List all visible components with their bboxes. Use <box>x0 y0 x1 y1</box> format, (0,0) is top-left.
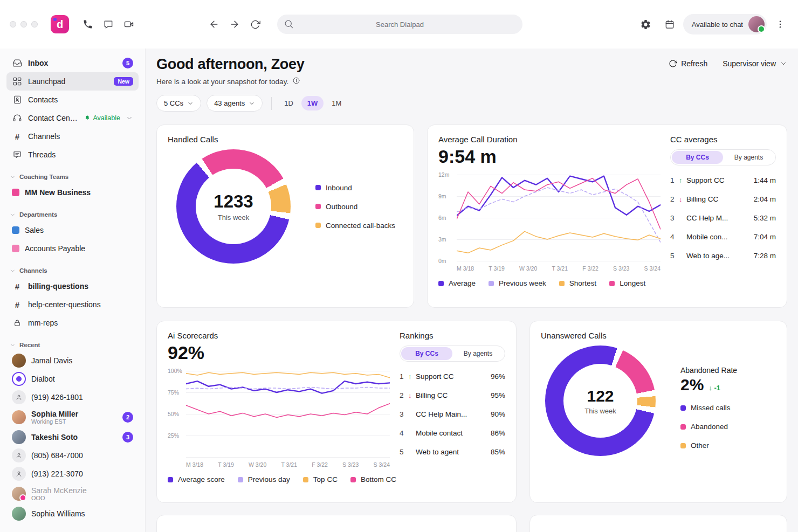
recent-item-phone-1[interactable]: (919) 426-1801 <box>6 388 139 406</box>
recent-item-dialbot[interactable]: Dialbot <box>6 370 139 388</box>
range-1d-button[interactable]: 1D <box>278 96 299 110</box>
call-duration-line-chart <box>457 175 661 261</box>
recent-item-takeshi-soto[interactable]: Takeshi Soto 3 <box>6 428 139 446</box>
divider <box>271 97 272 110</box>
ranking-row[interactable]: 1 ↑ Support CC 96% <box>400 367 505 386</box>
user-avatar <box>748 16 765 32</box>
cc-filter-dropdown[interactable]: 5 CCs <box>156 95 201 112</box>
legend-swatch <box>315 185 321 190</box>
kebab-menu-icon[interactable] <box>770 14 790 34</box>
card-title: Unanswered Calls <box>541 331 776 340</box>
partial-card <box>529 515 787 532</box>
person-icon <box>12 467 26 481</box>
bell-icon <box>84 115 91 121</box>
topbar-left: d <box>8 14 139 34</box>
recent-item-sophia-williams[interactable]: Sophia Williams <box>6 505 139 523</box>
tab-by-agents[interactable]: By agents <box>723 151 774 164</box>
reload-icon[interactable] <box>245 14 265 34</box>
sidebar-item-sales[interactable]: Sales <box>6 221 139 239</box>
sidebar-item-mm-new-business[interactable]: MM New Business <box>6 183 139 202</box>
section-header-channels[interactable]: Channels <box>6 264 139 277</box>
avatar <box>12 354 26 368</box>
tab-by-agents[interactable]: By agents <box>452 347 504 360</box>
refresh-button[interactable]: Refresh <box>669 59 707 68</box>
chevron-down-icon <box>249 100 255 107</box>
video-icon[interactable] <box>119 14 139 34</box>
forward-icon[interactable] <box>224 14 245 34</box>
legend-item: Inbound <box>315 184 352 192</box>
sidebar-item-mm-reps[interactable]: mm-reps <box>6 314 139 332</box>
contacts-icon <box>12 95 23 105</box>
unanswered-calls-total: 122 <box>587 387 614 405</box>
avatar <box>12 507 26 521</box>
search-icon <box>284 19 294 31</box>
handled-calls-card: Handled Calls 1233 This week Inbound <box>156 125 414 308</box>
sidebar-item-channels[interactable]: # Channels <box>6 127 139 146</box>
chat-icon[interactable] <box>98 14 119 34</box>
rankings-tabs: By CCs By agents <box>400 346 505 362</box>
info-icon[interactable] <box>292 77 300 86</box>
team-color-swatch <box>12 189 19 196</box>
section-header-departments[interactable]: Departments <box>6 208 139 221</box>
sidebar-item-billing-questions[interactable]: # billing-questions <box>6 277 139 295</box>
tab-by-ccs[interactable]: By CCs <box>672 151 723 164</box>
ranking-row[interactable]: 3 CC Help Main... 90% <box>400 405 505 424</box>
ranking-row[interactable]: 2 ↓ Billing CC 95% <box>400 386 505 405</box>
calendar-icon[interactable] <box>659 14 680 34</box>
cc-average-row[interactable]: 5 Web to age... 7:28 m <box>670 246 776 265</box>
cc-average-row[interactable]: 4 Mobile con... 7:04 m <box>670 227 776 246</box>
trend-arrow: ↓ <box>679 195 686 203</box>
rankings-panel: Rankings By CCs By agents 1 ↑ Support CC <box>400 331 505 493</box>
recent-item-sarah-mckenzie[interactable]: Sarah McKenzie OOO <box>6 483 139 505</box>
dialpad-logo[interactable]: d <box>51 15 69 33</box>
chevron-down-icon <box>10 268 16 274</box>
section-header-coaching-teams[interactable]: Coaching Teams <box>6 170 139 183</box>
abandoned-rate-label: Abandoned Rate <box>680 366 737 375</box>
back-icon[interactable] <box>204 14 224 34</box>
sidebar-item-launchpad[interactable]: Launchpad New <box>6 72 139 91</box>
sidebar-item-contact-centers[interactable]: Contact Centers Available <box>6 109 139 127</box>
sidebar-item-help-center-questions[interactable]: # help-center-questions <box>6 295 139 314</box>
sidebar-item-inbox[interactable]: Inbox 5 <box>6 54 139 72</box>
panel-title: CC averages <box>670 135 776 144</box>
hash-icon: # <box>12 132 23 141</box>
legend-item: Connected call-backs <box>315 222 395 230</box>
person-icon <box>12 448 26 462</box>
sidebar-item-label: Inbox <box>28 59 117 67</box>
recent-item-phone-3[interactable]: (913) 221-3070 <box>6 465 139 483</box>
dialpad-app: d <box>0 0 798 532</box>
phone-icon[interactable] <box>78 14 98 34</box>
legend-item: Outbound <box>315 203 357 211</box>
search-input[interactable] <box>277 15 522 34</box>
section-header-recent[interactable]: Recent <box>6 338 139 351</box>
legend-item: Previous day <box>238 475 290 483</box>
range-1m-button[interactable]: 1M <box>326 96 347 110</box>
settings-gear-icon[interactable] <box>636 14 656 34</box>
legend-item: Shortest <box>559 279 596 287</box>
chevron-down-icon <box>780 60 787 67</box>
recent-item-phone-2[interactable]: (805) 684-7000 <box>6 446 139 465</box>
range-1w-button[interactable]: 1W <box>301 96 324 110</box>
unread-badge: 2 <box>122 412 133 423</box>
trend-arrow: ↑ <box>679 176 686 184</box>
agents-filter-dropdown[interactable]: 43 agents <box>207 95 263 112</box>
ranking-row[interactable]: 5 Web to agent 85% <box>400 443 505 461</box>
sidebar-item-threads[interactable]: Threads <box>6 146 139 164</box>
x-axis-labels: M 3/18T 3/19W 3/20T 3/21F 3/22S 3/23S 3/… <box>186 461 390 468</box>
cc-average-row[interactable]: 2 ↓ Billing CC 2:04 m <box>670 190 776 209</box>
cc-average-row[interactable]: 3 CC Help M... 5:32 m <box>670 209 776 227</box>
window-controls[interactable] <box>10 21 38 27</box>
chevron-down-icon[interactable] <box>126 114 133 122</box>
chevron-down-icon <box>10 212 16 218</box>
recent-item-sophia-miller[interactable]: Sophia Miller Working EST 2 <box>6 406 139 428</box>
tab-by-ccs[interactable]: By CCs <box>401 347 452 360</box>
ranking-row[interactable]: 4 Mobile contact 86% <box>400 424 505 443</box>
legend-swatch <box>238 477 243 482</box>
recent-item-jamal-davis[interactable]: Jamal Davis <box>6 351 139 370</box>
availability-dropdown[interactable]: Available to chat <box>683 14 767 34</box>
supervisor-view-dropdown[interactable]: Supervisor view <box>723 59 787 68</box>
cc-average-row[interactable]: 1 ↑ Support CC 1:44 m <box>670 171 776 190</box>
sidebar-section-departments: Departments Sales Accounts Payable <box>6 208 139 258</box>
sidebar-item-contacts[interactable]: Contacts <box>6 91 139 109</box>
sidebar-item-accounts-payable[interactable]: Accounts Payable <box>6 239 139 258</box>
